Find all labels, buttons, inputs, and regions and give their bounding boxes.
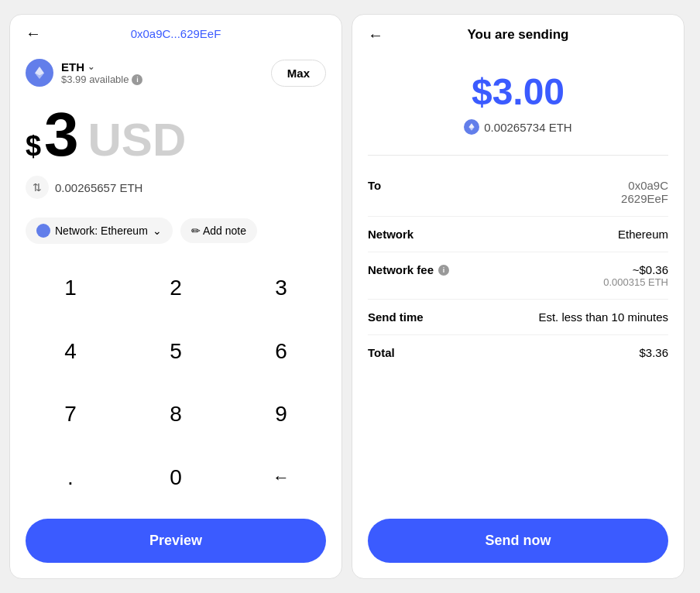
usd-amount: $3.00: [368, 70, 668, 113]
left-header: ← 0x0a9C...629EeF: [10, 15, 341, 53]
options-row: Network: Ethereum ⌄ ✏ Add note: [10, 211, 341, 256]
send-now-button[interactable]: Send now: [368, 519, 668, 563]
key-6[interactable]: 6: [228, 320, 334, 383]
key-backspace[interactable]: ←: [228, 446, 334, 509]
token-info[interactable]: ETH ⌄ $3.99 available i: [26, 59, 142, 87]
amount-display: $ 3 USD: [10, 96, 341, 173]
right-title: You are sending: [468, 27, 569, 43]
total-value: $3.36: [639, 346, 668, 359]
max-button[interactable]: Max: [271, 60, 326, 87]
amount-number: 3: [44, 104, 79, 166]
fee-label: Network fee i: [368, 263, 449, 276]
numpad: 1 2 3 4 5 6 7 8 9 . 0 ←: [10, 256, 341, 509]
eth-sub-text: 0.00265734 ETH: [484, 121, 571, 134]
token-details: ETH ⌄ $3.99 available i: [61, 60, 142, 85]
eth-sub-icon: [464, 119, 479, 135]
add-note-label: ✏ Add note: [191, 225, 246, 237]
key-0[interactable]: 0: [123, 446, 228, 509]
to-address: 0x0a9C 2629EeF: [621, 179, 668, 205]
key-3[interactable]: 3: [228, 256, 334, 320]
key-4[interactable]: 4: [18, 320, 123, 383]
preview-button[interactable]: Preview: [26, 519, 326, 563]
token-name: ETH ⌄: [61, 60, 142, 74]
key-9[interactable]: 9: [228, 383, 334, 447]
token-row: ETH ⌄ $3.99 available i Max: [10, 53, 341, 96]
network-detail-value: Ethereum: [618, 228, 668, 241]
wallet-address: 0x0a9C...629EeF: [131, 27, 221, 40]
send-time-label: Send time: [368, 310, 424, 324]
fee-info-icon: i: [438, 265, 449, 276]
dollar-sign: $: [26, 130, 41, 163]
eth-icon: [26, 59, 53, 87]
eth-sub-amount: 0.00265734 ETH: [368, 119, 668, 135]
sending-amount: $3.00 0.00265734 ETH: [352, 55, 684, 142]
network-row: Network Ethereum: [368, 217, 668, 252]
fee-row: Network fee i ~$0.36 0.000315 ETH: [368, 252, 668, 300]
network-detail-label: Network: [368, 228, 413, 241]
info-icon: i: [132, 74, 142, 85]
to-row: To 0x0a9C 2629EeF: [368, 168, 668, 217]
total-label: Total: [368, 346, 395, 359]
key-7[interactable]: 7: [18, 383, 123, 447]
left-panel: ← 0x0a9C...629EeF ETH ⌄ $3.: [9, 14, 342, 579]
eth-equivalent: ⇅ 0.00265657 ETH: [10, 173, 341, 211]
network-icon: [36, 224, 50, 238]
right-header: ← You are sending: [352, 15, 684, 55]
eth-amount-text: 0.00265657 ETH: [55, 181, 142, 194]
fee-value: ~$0.36 0.000315 ETH: [603, 263, 668, 288]
key-8[interactable]: 8: [123, 383, 228, 447]
network-button[interactable]: Network: Ethereum ⌄: [26, 218, 173, 244]
key-1[interactable]: 1: [18, 256, 123, 320]
token-balance: $3.99 available i: [61, 74, 142, 85]
total-row: Total $3.36: [368, 335, 668, 370]
right-back-button[interactable]: ←: [368, 26, 383, 44]
to-label: To: [368, 179, 381, 192]
key-5[interactable]: 5: [123, 320, 228, 383]
key-2[interactable]: 2: [123, 256, 228, 320]
left-back-button[interactable]: ←: [26, 25, 41, 43]
network-label: Network: Ethereum: [55, 225, 148, 237]
amount-currency: USD: [88, 113, 187, 166]
key-dot[interactable]: .: [18, 446, 123, 509]
right-panel: ← You are sending $3.00 0.00265734 ETH T: [352, 14, 685, 579]
network-chevron-icon: ⌄: [153, 225, 162, 237]
add-note-button[interactable]: ✏ Add note: [180, 218, 257, 243]
send-time-row: Send time Est. less than 10 minutes: [368, 300, 668, 335]
convert-icon[interactable]: ⇅: [26, 176, 49, 199]
send-time-value: Est. less than 10 minutes: [538, 310, 668, 324]
token-chevron-icon: ⌄: [88, 62, 94, 72]
details-section: To 0x0a9C 2629EeF Network Ethereum Netwo…: [352, 168, 684, 509]
divider: [368, 155, 668, 156]
